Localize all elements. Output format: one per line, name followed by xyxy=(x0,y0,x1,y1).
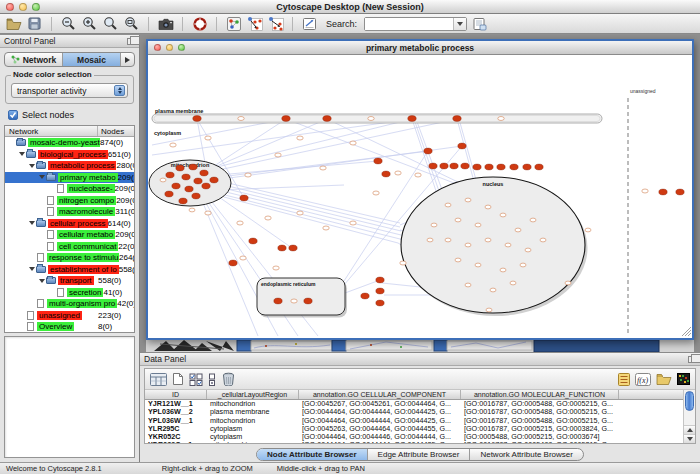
table-row[interactable]: YJR121W__1mitochondrion[GO:0045267, GO:0… xyxy=(145,400,695,408)
import-attributes-icon[interactable] xyxy=(471,16,488,32)
zoom-out-icon[interactable] xyxy=(60,16,77,32)
redraw-network-icon[interactable] xyxy=(191,16,208,32)
birdseye-view-panel[interactable] xyxy=(4,336,135,458)
annotation-icon[interactable] xyxy=(301,16,318,32)
scroll-down-button[interactable] xyxy=(684,434,695,443)
search-dropdown-button[interactable] xyxy=(453,18,466,30)
function-builder-icon[interactable]: f(x) xyxy=(635,373,651,386)
tree-row[interactable]: nitrogen compo209(0) xyxy=(5,195,134,207)
save-icon[interactable] xyxy=(26,16,43,32)
search-combo xyxy=(364,17,467,31)
plasma-membrane-region[interactable]: plasma membrane xyxy=(152,108,602,124)
tree-row[interactable]: cellular metabo209(0) xyxy=(5,229,134,241)
layout-icon-2[interactable] xyxy=(267,16,284,32)
tree-row[interactable]: establishment of lo558(0) xyxy=(5,264,134,276)
expand-arrow-icon[interactable] xyxy=(28,221,36,225)
status-pan-hint: Middle-click + drag to PAN xyxy=(277,464,365,473)
float-panel-icon[interactable] xyxy=(127,38,135,45)
scrollbar-thumb[interactable] xyxy=(685,391,694,411)
network-tree: Network Nodes mosaic-demo-yeast874(0) bi… xyxy=(4,125,135,333)
svg-text:nucleus: nucleus xyxy=(483,181,504,187)
zoom-in-icon[interactable] xyxy=(81,16,98,32)
folder-icon xyxy=(36,162,46,169)
tree-row[interactable]: secretion41(0) xyxy=(5,287,134,299)
tree-row-selected[interactable]: primary metabo209(... xyxy=(5,172,134,184)
select-nodes-row: Select nodes xyxy=(0,106,139,123)
status-bar: Welcome to Cytoscape 2.8.1 Right-click +… xyxy=(0,462,700,474)
close-view-button[interactable] xyxy=(154,44,161,51)
column-header-id[interactable]: ID xyxy=(145,390,207,399)
tab-edge-attribute-browser[interactable]: Edge Attribute Browser xyxy=(368,449,471,460)
column-header-molecular-function[interactable]: annotation.GO MOLECULAR_FUNCTION xyxy=(461,390,619,399)
attribute-table-icon[interactable] xyxy=(150,373,167,386)
open-icon[interactable] xyxy=(5,16,22,32)
file-icon xyxy=(37,253,44,262)
tree-row[interactable]: biological_process651(0) xyxy=(5,149,134,161)
node-color-dropdown[interactable]: transporter activity xyxy=(11,83,128,98)
tree-row[interactable]: response to stimulu264(0) xyxy=(5,252,134,264)
network-graph[interactable]: plasma membrane cytoplasm mitochondrion … xyxy=(148,55,692,337)
tree-row[interactable]: transport558(0) xyxy=(5,275,134,287)
file-icon xyxy=(57,184,64,193)
expand-arrow-icon[interactable] xyxy=(38,279,46,283)
attribute-list-icon[interactable] xyxy=(618,373,630,386)
svg-text:plasma membrane: plasma membrane xyxy=(155,108,203,114)
endoplasmic-reticulum-region[interactable]: endoplasmic reticulum xyxy=(257,278,347,318)
tree-row[interactable]: mosaic-demo-yeast874(0) xyxy=(5,137,134,149)
column-header-cellular-component[interactable]: annotation.GO CELLULAR_COMPONENT xyxy=(299,390,461,399)
background-windows-graphic xyxy=(146,338,694,352)
zoom-fit-icon[interactable] xyxy=(123,16,140,32)
main-area: Control Panel Network Mosaic Node color … xyxy=(0,35,700,462)
layout-icon-1[interactable] xyxy=(246,16,263,32)
snapshot-icon[interactable] xyxy=(157,16,174,32)
window-resize-grip[interactable] xyxy=(682,327,691,336)
tab-mosaic[interactable]: Mosaic xyxy=(63,53,121,66)
vizmapper-icon[interactable] xyxy=(225,16,242,32)
control-panel-header: Control Panel xyxy=(0,35,139,48)
svg-text:unassigned: unassigned xyxy=(630,88,656,94)
table-row[interactable]: YLR295Ccytoplasm[GO:0045263, GO:0044464,… xyxy=(145,425,695,433)
table-row[interactable]: YPL036W__1mitochondrion[GO:0044464, GO:0… xyxy=(145,417,695,425)
expand-arrow-icon[interactable] xyxy=(18,152,26,156)
search-input[interactable] xyxy=(365,18,453,30)
tabs-overflow-button[interactable] xyxy=(121,53,134,66)
expand-arrow-icon[interactable] xyxy=(28,164,36,168)
network-canvas[interactable]: plasma membrane cytoplasm mitochondrion … xyxy=(148,55,692,337)
tab-network-attribute-browser[interactable]: Network Attribute Browser xyxy=(470,449,582,460)
tab-node-attribute-browser[interactable]: Node Attribute Browser xyxy=(257,449,368,460)
tree-row[interactable]: nucleobase-209(0) xyxy=(5,183,134,195)
scroll-up-button[interactable] xyxy=(684,425,695,434)
node-color-selection-label: Node color selection xyxy=(11,70,94,79)
tree-row[interactable]: metabolic process280(0) xyxy=(5,160,134,172)
tab-network[interactable]: Network xyxy=(5,53,63,66)
table-row[interactable]: YDR039C__1mitochondrion[GO:0044464, GO:0… xyxy=(145,441,695,443)
expand-arrow-icon[interactable] xyxy=(38,175,46,179)
tree-row[interactable]: cellular process614(0) xyxy=(5,218,134,230)
tree-row[interactable]: unassigned223(0) xyxy=(5,310,134,322)
zoom-selected-icon[interactable] xyxy=(102,16,119,32)
tree-row[interactable]: multi-organism pro42(0) xyxy=(5,298,134,310)
import-attribute-file-icon[interactable] xyxy=(656,373,672,385)
tree-header-nodes: Nodes xyxy=(98,126,134,136)
table-scrollbar[interactable] xyxy=(683,390,695,443)
zoom-view-button[interactable] xyxy=(178,44,185,51)
float-panel-icon[interactable] xyxy=(688,356,696,363)
select-attributes-icon[interactable] xyxy=(189,373,203,386)
column-header-region[interactable]: _cellularLayoutRegion xyxy=(207,390,299,399)
new-attribute-icon[interactable] xyxy=(172,372,184,386)
data-panel-title: Data Panel xyxy=(144,354,186,364)
table-row[interactable]: YKR052Ccytoplasm[GO:0044464, GO:0044446,… xyxy=(145,433,695,441)
tree-row[interactable]: Overview8(0) xyxy=(5,321,134,333)
select-nodes-checkbox[interactable] xyxy=(8,110,18,120)
table-row[interactable]: YPL036W__2plasma membrane[GO:0044464, GO… xyxy=(145,408,695,416)
expand-arrow-icon[interactable] xyxy=(28,267,36,271)
delete-attribute-icon[interactable] xyxy=(222,372,235,386)
minimize-view-button[interactable] xyxy=(166,44,173,51)
tree-row[interactable]: macromolecule311(0) xyxy=(5,206,134,218)
unselect-attributes-icon[interactable] xyxy=(208,373,217,386)
network-view-window[interactable]: primary metabolic process xyxy=(146,39,694,340)
tree-row[interactable]: cell communicat22(0) xyxy=(5,241,134,253)
matrix-view-icon[interactable] xyxy=(677,373,690,385)
search-label: Search: xyxy=(326,19,357,29)
network-window-titlebar[interactable]: primary metabolic process xyxy=(148,41,692,55)
